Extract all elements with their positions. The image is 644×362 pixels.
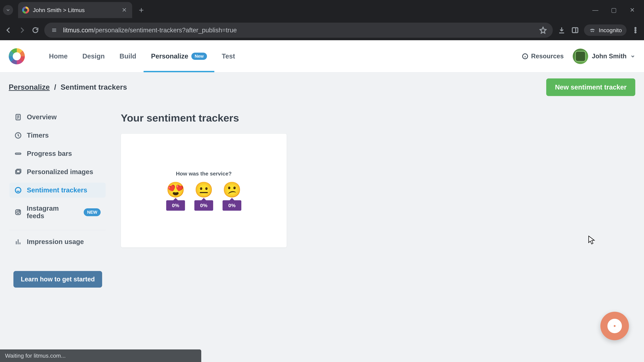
new-sentiment-tracker-button[interactable]: New sentiment tracker (546, 78, 635, 96)
svg-point-15 (612, 324, 617, 329)
emoji-option-1: 😍 0% (166, 182, 185, 211)
sidebar-item-instagram-feeds[interactable]: Instagram feeds NEW (10, 201, 106, 223)
window-controls: — ▢ ✕ (592, 7, 644, 13)
svg-point-13 (19, 210, 20, 211)
svg-point-10 (16, 187, 21, 193)
nav-build[interactable]: Build (112, 40, 144, 72)
nav-personalize-badge: New (191, 53, 207, 60)
user-name: John Smith (592, 53, 626, 60)
browser-status-bar: Waiting for litmus.com... (0, 350, 201, 362)
images-icon (14, 168, 22, 176)
emoji-option-3: 😕 0% (222, 182, 241, 211)
sentiment-tracker-card[interactable]: How was the service? 😍 0% 😐 0% 😕 0% (121, 134, 287, 248)
emoji-row: 😍 0% 😐 0% 😕 0% (166, 182, 241, 211)
app-header: Home Design Build Personalize New Test R… (0, 40, 644, 72)
incognito-badge[interactable]: Incognito (584, 24, 626, 36)
browser-menu-button[interactable] (631, 26, 640, 35)
tab-close-icon[interactable]: ✕ (121, 6, 128, 13)
page-body: Overview Timers Progress bars Personaliz… (0, 102, 644, 362)
tab-title: John Smith > Litmus (33, 7, 118, 13)
svg-point-3 (635, 32, 636, 33)
emoji-pct-1: 0% (166, 200, 185, 211)
main-nav: Home Design Build Personalize New Test (42, 40, 242, 72)
sidebar-item-impression-usage[interactable]: Impression usage (10, 234, 106, 249)
nav-test[interactable]: Test (214, 40, 242, 72)
svg-rect-7 (16, 153, 21, 154)
breadcrumb-root[interactable]: Personalize (9, 83, 50, 91)
neutral-emoji-icon: 😐 (194, 182, 213, 197)
reload-button[interactable] (31, 26, 40, 35)
progress-bar-icon (14, 150, 22, 157)
url-text: litmus.com/personalize/sentiment-tracker… (63, 27, 237, 34)
sidebar-item-sentiment-trackers[interactable]: Sentiment trackers (10, 183, 106, 198)
svg-point-1 (635, 27, 636, 29)
instagram-icon (14, 209, 22, 216)
side-panel-icon[interactable] (570, 26, 580, 35)
avatar (573, 49, 588, 64)
close-window-button[interactable]: ✕ (629, 7, 636, 13)
confused-emoji-icon: 😕 (222, 182, 241, 197)
user-menu[interactable]: John Smith (573, 49, 635, 64)
svg-point-2 (635, 29, 636, 31)
nav-home[interactable]: Home (42, 40, 75, 72)
learn-get-started-button[interactable]: Learn how to get started (14, 271, 102, 288)
nav-personalize[interactable]: Personalize New (144, 40, 214, 72)
browser-chrome: John Smith > Litmus ✕ + — ▢ ✕ litmus.com… (0, 0, 644, 40)
omnibox[interactable]: litmus.com/personalize/sentiment-tracker… (44, 23, 553, 38)
resources-link[interactable]: Resources (522, 53, 564, 60)
sidebar-item-progress-bars[interactable]: Progress bars (10, 146, 106, 161)
chevron-down-icon (630, 54, 635, 59)
main-content: Your sentiment trackers How was the serv… (111, 102, 644, 362)
sidebar-item-overview[interactable]: Overview (10, 110, 106, 124)
svg-point-12 (17, 211, 19, 213)
sidebar: Overview Timers Progress bars Personaliz… (0, 102, 111, 362)
breadcrumb-bar: Personalize / Sentiment trackers New sen… (0, 72, 644, 102)
litmus-logo-icon[interactable] (9, 48, 25, 64)
document-icon (14, 113, 22, 121)
bookmark-star-icon[interactable] (539, 26, 547, 34)
site-settings-icon[interactable] (50, 26, 58, 34)
clock-icon (14, 132, 22, 139)
emoji-pct-3: 0% (222, 200, 241, 211)
breadcrumb-current: Sentiment trackers (60, 83, 127, 91)
smile-icon (14, 187, 22, 194)
favicon-icon (22, 6, 29, 13)
back-button[interactable] (4, 26, 13, 35)
emoji-pct-2: 0% (194, 200, 213, 211)
breadcrumb: Personalize / Sentiment trackers (9, 83, 127, 91)
tab-search-button[interactable] (3, 5, 13, 15)
tab-strip: John Smith > Litmus ✕ + — ▢ ✕ (0, 0, 644, 20)
new-tab-button[interactable]: + (139, 5, 144, 15)
mouse-cursor-icon (588, 236, 595, 244)
sidebar-item-timers[interactable]: Timers (10, 128, 106, 143)
sidebar-badge-new: NEW (84, 208, 100, 216)
emoji-option-2: 😐 0% (194, 182, 213, 211)
downloads-icon[interactable] (557, 26, 566, 35)
address-bar: litmus.com/personalize/sentiment-tracker… (0, 20, 644, 40)
bar-chart-icon (14, 238, 22, 246)
sidebar-divider (10, 230, 106, 230)
forward-button[interactable] (18, 26, 26, 35)
life-ring-icon (607, 319, 622, 334)
page-title: Your sentiment trackers (121, 112, 634, 124)
card-question: How was the service? (176, 171, 232, 177)
svg-rect-0 (572, 28, 578, 32)
help-fab-button[interactable] (600, 312, 629, 340)
sidebar-item-personalized-images[interactable]: Personalized images (10, 164, 106, 179)
minimize-button[interactable]: — (592, 7, 599, 13)
nav-design[interactable]: Design (75, 40, 112, 72)
heart-eyes-emoji-icon: 😍 (166, 182, 185, 197)
browser-tab[interactable]: John Smith > Litmus ✕ (18, 2, 132, 18)
maximize-button[interactable]: ▢ (610, 7, 617, 13)
